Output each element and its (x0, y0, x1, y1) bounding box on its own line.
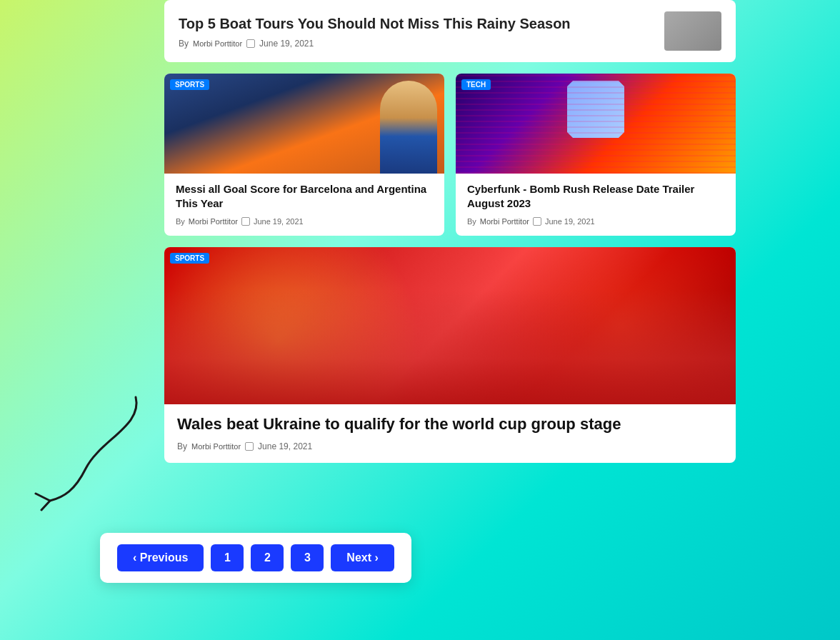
page-1-button[interactable]: 1 (211, 544, 244, 571)
cyber-image: TECH (456, 74, 736, 174)
article-card-messi[interactable]: SPORTS Messi all Goal Score for Barcelon… (164, 74, 444, 236)
calendar-icon (246, 39, 255, 48)
messi-author: Morbi Porttitor (189, 217, 238, 226)
messi-meta: By Morbi Porttitor June 19, 2021 (176, 217, 433, 226)
sports-badge-1: SPORTS (170, 79, 209, 90)
top-article-meta: By Morbi Porttitor June 19, 2021 (179, 39, 571, 49)
wales-date: June 19, 2021 (258, 441, 312, 451)
page-3-button[interactable]: 3 (291, 544, 324, 571)
top-article-date: June 19, 2021 (259, 39, 314, 49)
wales-photo (164, 247, 736, 404)
sports-badge-wales: SPORTS (170, 253, 209, 264)
cyber-title: Cyberfunk - Bomb Rush Release Date Trail… (467, 182, 724, 211)
cyber-meta: By Morbi Porttitor June 19, 2021 (467, 217, 724, 226)
top-article-thumbnail (664, 11, 721, 51)
previous-button[interactable]: ‹ Previous (117, 544, 204, 571)
cyber-by: By (467, 217, 476, 226)
wales-author: Morbi Porttitor (191, 442, 241, 451)
cyber-author: Morbi Porttitor (480, 217, 529, 226)
messi-card-body: Messi all Goal Score for Barcelona and A… (164, 174, 444, 236)
top-article-text: Top 5 Boat Tours You Should Not Miss Thi… (179, 14, 571, 49)
wales-by: By (177, 441, 187, 451)
wales-image-wrapper: SPORTS (164, 247, 736, 404)
calendar-icon-1 (241, 217, 250, 226)
next-button[interactable]: Next › (331, 544, 394, 571)
calendar-icon-2 (533, 217, 541, 226)
page-2-button[interactable]: 2 (251, 544, 284, 571)
cyber-card-body: Cyberfunk - Bomb Rush Release Date Trail… (456, 174, 736, 236)
top-article-author: Morbi Porttitor (193, 39, 242, 48)
article-card-cyber[interactable]: TECH Cyberfunk - Bomb Rush Release Date … (456, 74, 736, 236)
wales-title: Wales beat Ukraine to qualify for the wo… (177, 414, 723, 435)
top-article-by: By (179, 39, 189, 49)
cyber-photo (456, 74, 736, 174)
top-article-title: Top 5 Boat Tours You Should Not Miss Thi… (179, 14, 571, 33)
calendar-icon-wales (245, 442, 254, 451)
two-col-section: SPORTS Messi all Goal Score for Barcelon… (164, 74, 736, 236)
pagination: ‹ Previous 1 2 3 Next › (100, 533, 411, 583)
messi-by: By (176, 217, 185, 226)
messi-date: June 19, 2021 (254, 217, 304, 226)
top-article-card: Top 5 Boat Tours You Should Not Miss Thi… (164, 0, 736, 62)
tech-badge: TECH (461, 79, 491, 90)
wales-card[interactable]: SPORTS Wales beat Ukraine to qualify for… (164, 247, 736, 464)
messi-image: SPORTS (164, 74, 444, 174)
messi-title: Messi all Goal Score for Barcelona and A… (176, 182, 433, 211)
cyber-date: June 19, 2021 (545, 217, 595, 226)
decorative-arrow (29, 383, 143, 511)
wales-card-body: Wales beat Ukraine to qualify for the wo… (164, 404, 736, 464)
wales-meta: By Morbi Porttitor June 19, 2021 (177, 441, 723, 451)
